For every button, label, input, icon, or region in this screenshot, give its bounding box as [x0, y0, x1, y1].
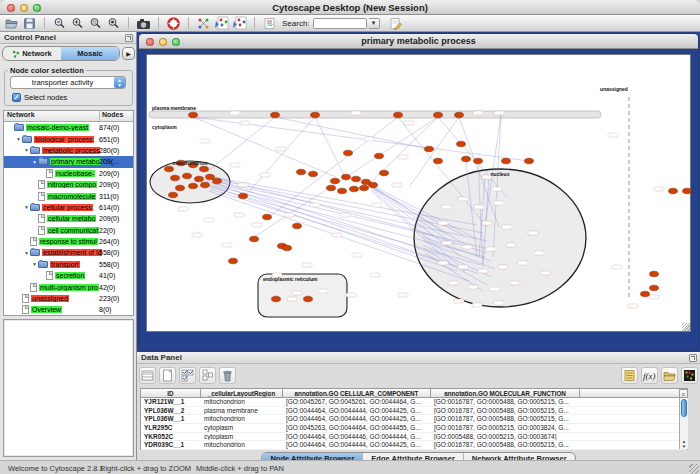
zoom-fit-icon[interactable]: [106, 16, 121, 31]
network-node[interactable]: [683, 188, 692, 194]
network-node[interactable]: [525, 158, 534, 164]
function-builder-icon[interactable]: f(x): [641, 367, 658, 384]
table-cell[interactable]: [GO:0045267, GO:0045261, GO:0044464, G..…: [283, 398, 431, 406]
network-node[interactable]: [434, 112, 443, 118]
network-canvas[interactable]: plasma membranecytoplasmmitochondrionnuc…: [146, 54, 691, 332]
table-row[interactable]: YDR039C__1mitochondrion[GO:0044464, GO:0…: [141, 441, 687, 450]
table-cell[interactable]: YPL036W__2: [141, 407, 201, 415]
unselect-all-icon[interactable]: [199, 367, 216, 384]
zoom-in-icon[interactable]: [70, 16, 85, 31]
network-node[interactable]: [283, 245, 292, 251]
tree-col-nodes[interactable]: Nodes: [99, 111, 133, 121]
tree-row[interactable]: secretion41(0): [4, 270, 133, 281]
network-node[interactable]: [327, 185, 336, 191]
tree-item-label[interactable]: biological_process: [34, 136, 94, 143]
network-node[interactable]: [350, 186, 359, 192]
network-node[interactable]: [455, 112, 464, 118]
tree-item-label[interactable]: Overview: [31, 306, 62, 313]
scrollbar-thumb[interactable]: [681, 399, 687, 417]
matrix-icon[interactable]: [681, 367, 698, 384]
network-node[interactable]: [293, 223, 302, 229]
network-node[interactable]: [380, 170, 389, 176]
table-cell[interactable]: [GO:0016787, GO:0005215, GO:0003824, G..…: [431, 424, 580, 432]
network-node[interactable]: [650, 285, 659, 291]
zoom-out-icon[interactable]: [52, 16, 67, 31]
tree-row[interactable]: macromolecule311(0): [4, 190, 133, 201]
tree-item-label[interactable]: mosaic-demo-yeast: [26, 124, 89, 131]
network-node[interactable]: [394, 112, 403, 118]
table-cell[interactable]: cytoplasm: [201, 433, 283, 441]
tree-item-label[interactable]: unassigned: [31, 295, 69, 302]
search-dropdown-arrow[interactable]: ▼: [369, 18, 380, 29]
tree-row[interactable]: nucleobase-209(0): [4, 168, 133, 179]
tree-item-label[interactable]: primary metabo: [50, 158, 101, 165]
network-node[interactable]: [189, 112, 198, 118]
network-node[interactable]: [462, 156, 471, 162]
table-cell[interactable]: [GO:0016787, GO:0005488, GO:0005215, G..…: [431, 398, 580, 406]
network-node[interactable]: [331, 178, 340, 184]
tree-row[interactable]: ▼transport558(0): [4, 259, 133, 270]
network-node[interactable]: [425, 146, 434, 152]
new-attribute-icon[interactable]: [159, 367, 176, 384]
column-header[interactable]: _cellularLayoutRegion: [201, 389, 283, 398]
network-edge[interactable]: [409, 117, 459, 187]
table-cell[interactable]: mitochondrion: [201, 441, 283, 449]
network-node[interactable]: [171, 175, 180, 181]
tree-expand-icon[interactable]: ▼: [23, 250, 30, 256]
tree-row[interactable]: ▼metabolic process280(0): [4, 145, 133, 156]
network-node[interactable]: [165, 166, 174, 172]
network-node[interactable]: [457, 141, 466, 147]
more-tabs-button[interactable]: ▶: [122, 47, 135, 60]
network-node[interactable]: [183, 173, 192, 179]
table-cell[interactable]: YJR121W__1: [141, 398, 201, 406]
column-header[interactable]: ID: [141, 389, 201, 398]
window-titlebar[interactable]: Cytoscape Desktop (New Session): [0, 0, 700, 15]
network-node[interactable]: [338, 188, 347, 194]
tree-row[interactable]: ▼cellular process614(0): [4, 202, 133, 213]
network-edge[interactable]: [245, 117, 315, 196]
network-node[interactable]: [271, 112, 280, 118]
tree-item-label[interactable]: transport: [50, 261, 80, 268]
birdseye-view[interactable]: [3, 319, 134, 457]
column-header[interactable]: annotation.GO MOLECULAR_FUNCTION: [431, 389, 580, 398]
table-cell[interactable]: [GO:0044464, GO:0044446, GO:0044444, G..…: [283, 433, 431, 441]
table-cell[interactable]: [GO:0045263, GO:0044464, GO:0044455, G..…: [283, 424, 431, 432]
network-node[interactable]: [311, 112, 320, 118]
tree-expand-icon[interactable]: ▼: [31, 261, 38, 267]
tree-row[interactable]: cell communicat22(0): [4, 225, 133, 236]
network-node[interactable]: [176, 185, 185, 191]
network-icon-3[interactable]: [232, 16, 247, 31]
tree-row[interactable]: nitrogen compo209(0): [4, 179, 133, 190]
network-node[interactable]: [352, 176, 361, 182]
tree-item-label[interactable]: secretion: [55, 272, 85, 279]
table-cell[interactable]: [GO:0044464, GO:0044444, GO:0044425, G..…: [283, 415, 431, 423]
network-node[interactable]: [250, 236, 259, 242]
network-node[interactable]: [169, 192, 178, 198]
tree-row[interactable]: ▼primary metabo209(...: [4, 156, 133, 167]
table-cell[interactable]: [GO:0016787, GO:0005488, GO:0005215, G..…: [431, 441, 580, 449]
table-corner-icon[interactable]: ≡: [679, 389, 688, 398]
network-node[interactable]: [201, 182, 210, 188]
tree-item-label[interactable]: response to stimul: [39, 238, 98, 245]
table-vertical-scrollbar[interactable]: ▲▼: [679, 398, 688, 449]
network-node[interactable]: [669, 188, 678, 194]
network-icon-1[interactable]: [196, 16, 211, 31]
table-cell[interactable]: [GO:0044464, GO:0044444, GO:0044425, G..…: [283, 407, 431, 415]
import-icon[interactable]: [661, 367, 678, 384]
tree-item-label[interactable]: cellular process: [42, 204, 93, 211]
table-cell[interactable]: mitochondrion: [201, 398, 283, 406]
table-cell[interactable]: plasma membrane: [201, 407, 283, 415]
node-color-dropdown[interactable]: transporter activity ▲▼: [10, 76, 126, 89]
tree-row[interactable]: multi-organism pro42(0): [4, 281, 133, 292]
tree-item-label[interactable]: cellular metabo: [47, 215, 96, 222]
tree-expand-icon[interactable]: ▼: [31, 159, 38, 165]
network-node[interactable]: [650, 271, 659, 277]
tree-item-label[interactable]: establishment of lo: [42, 249, 102, 256]
network-icon-2[interactable]: [214, 16, 229, 31]
table-cell[interactable]: [GO:0016787, GO:0005488, GO:0005215, G..…: [431, 407, 580, 415]
table-cell[interactable]: [GO:0016787, GO:0005488, GO:0005215, G..…: [431, 415, 580, 423]
table-row[interactable]: YPL036W__1mitochondrion[GO:0044464, GO:0…: [141, 415, 687, 424]
tree-item-label[interactable]: nucleobase-: [55, 170, 95, 177]
plasma-membrane-region[interactable]: [149, 111, 601, 118]
save-icon[interactable]: [22, 16, 37, 31]
